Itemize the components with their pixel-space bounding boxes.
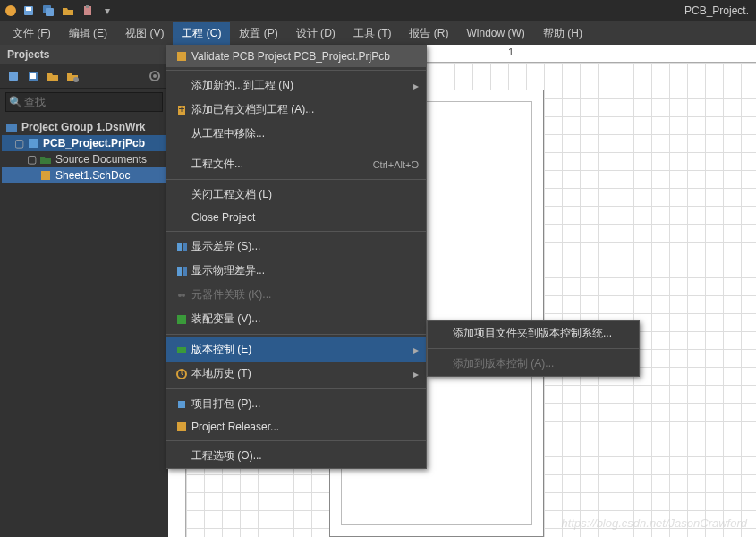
svg-point-12 bbox=[153, 74, 157, 78]
tree-folder[interactable]: ▢ Source Documents bbox=[2, 151, 166, 167]
vcs-icon bbox=[172, 344, 191, 356]
window-title: PCB_Project. bbox=[684, 4, 752, 17]
tree-label: Sheet1.SchDoc bbox=[55, 169, 130, 182]
svg-rect-16 bbox=[177, 52, 186, 61]
menu-report[interactable]: 报告 (R) bbox=[400, 22, 457, 45]
compile-icon[interactable] bbox=[27, 70, 39, 82]
svg-rect-19 bbox=[177, 243, 182, 251]
ruler-tick: 1 bbox=[508, 47, 514, 57]
menu-project-pack[interactable]: 项目打包 (P)... bbox=[166, 392, 426, 416]
menu-help[interactable]: 帮助 (H) bbox=[534, 22, 591, 45]
svg-rect-22 bbox=[183, 267, 187, 276]
tree-project[interactable]: ▢ PCB_Project.PrjPcb bbox=[2, 135, 166, 151]
caret-down-icon: ▢ bbox=[14, 137, 23, 149]
svg-point-23 bbox=[178, 294, 182, 297]
menu-assembly-variants[interactable]: 装配变量 (V)... bbox=[166, 307, 426, 331]
chevron-right-icon: ▸ bbox=[408, 344, 419, 356]
submenu-add-folder-vcs[interactable]: 添加项目文件夹到版本控制系统... bbox=[428, 321, 639, 345]
menu-add-existing[interactable]: + 添加已有文档到工程 (A)... bbox=[166, 98, 426, 122]
svg-rect-25 bbox=[177, 315, 186, 324]
folder-icon bbox=[39, 153, 52, 166]
project-tree: Project Group 1.DsnWrk ▢ PCB_Project.Prj… bbox=[0, 115, 168, 187]
variants-icon bbox=[172, 313, 191, 326]
tree-file[interactable]: Sheet1.SchDoc bbox=[2, 167, 166, 183]
gear-icon[interactable] bbox=[149, 70, 161, 82]
menu-project[interactable]: 工程 (C) bbox=[173, 22, 230, 45]
history-icon bbox=[172, 368, 191, 380]
panel-title: Projects bbox=[0, 45, 168, 64]
svg-point-0 bbox=[5, 5, 16, 16]
menu-local-history[interactable]: 本地历史 (T) ▸ bbox=[166, 362, 426, 386]
menu-project-files[interactable]: 工程文件... Ctrl+Alt+O bbox=[166, 152, 426, 176]
folder-settings-icon[interactable] bbox=[66, 70, 79, 82]
tree-label: Project Group 1.DsnWrk bbox=[21, 121, 145, 133]
menu-validate[interactable]: Validate PCB Project PCB_Project.PrjPcb bbox=[166, 46, 426, 67]
menu-project-releaser[interactable]: Project Releaser... bbox=[166, 416, 426, 438]
menu-version-control[interactable]: 版本控制 (E) ▸ bbox=[166, 337, 426, 362]
svg-rect-2 bbox=[26, 7, 31, 11]
paste-icon[interactable] bbox=[81, 4, 95, 18]
menu-component-links: 元器件关联 (K)... bbox=[166, 283, 426, 307]
schematic-icon bbox=[39, 169, 52, 182]
open-folder-icon[interactable] bbox=[61, 4, 75, 18]
package-icon bbox=[172, 398, 191, 411]
svg-point-10 bbox=[73, 77, 79, 82]
folder-icon[interactable] bbox=[47, 70, 59, 82]
svg-rect-29 bbox=[177, 422, 186, 431]
svg-rect-14 bbox=[29, 139, 38, 148]
phys-diff-icon bbox=[172, 265, 191, 277]
menubar: 文件 (F) 编辑 (E) 视图 (V) 工程 (C) 放置 (P) 设计 (D… bbox=[0, 21, 756, 45]
project-icon bbox=[27, 137, 39, 149]
menu-view[interactable]: 视图 (V) bbox=[116, 22, 173, 45]
menu-place[interactable]: 放置 (P) bbox=[230, 22, 286, 45]
menu-remove-from-project[interactable]: 从工程中移除... bbox=[166, 122, 426, 146]
svg-rect-9 bbox=[30, 73, 36, 79]
menu-file[interactable]: 文件 (F) bbox=[4, 22, 60, 45]
tree-label: Source Documents bbox=[55, 153, 147, 166]
menu-show-diff[interactable]: 显示差异 (S)... bbox=[166, 234, 426, 259]
menu-show-phys-diff[interactable]: 显示物理差异... bbox=[166, 259, 426, 283]
titlebar: ▾ PCB_Project. bbox=[0, 0, 756, 21]
tree-project-group[interactable]: Project Group 1.DsnWrk bbox=[2, 119, 166, 135]
menu-window[interactable]: Window (W) bbox=[458, 23, 534, 43]
svg-rect-6 bbox=[86, 5, 89, 8]
chevron-right-icon: ▸ bbox=[408, 368, 419, 380]
caret-down-icon: ▢ bbox=[27, 153, 36, 166]
menu-project-options[interactable]: 工程选项 (O)... bbox=[166, 444, 426, 468]
panel-toolbar bbox=[0, 64, 168, 89]
svg-text:+: + bbox=[178, 104, 184, 115]
app-icon bbox=[4, 4, 18, 18]
svg-rect-28 bbox=[178, 401, 185, 408]
svg-rect-26 bbox=[177, 347, 186, 353]
save-all-icon[interactable] bbox=[41, 4, 55, 18]
link-icon bbox=[172, 289, 191, 302]
chevron-down-icon[interactable]: ▾ bbox=[100, 4, 115, 18]
submenu-add-to-vcs: 添加到版本控制 (A)... bbox=[428, 352, 639, 376]
chevron-right-icon: ▸ bbox=[408, 80, 419, 92]
svg-rect-21 bbox=[177, 267, 182, 276]
save-icon[interactable] bbox=[21, 4, 36, 18]
svg-point-24 bbox=[182, 294, 185, 297]
menu-tools[interactable]: 工具 (T) bbox=[344, 22, 401, 45]
svg-rect-13 bbox=[6, 124, 17, 132]
workspace-icon bbox=[5, 121, 18, 133]
releaser-icon bbox=[172, 421, 191, 433]
project-menu-dropdown: Validate PCB Project PCB_Project.PrjPcb … bbox=[166, 45, 427, 469]
menu-design[interactable]: 设计 (D) bbox=[287, 22, 344, 45]
watermark: https://blog.csdn.net/JasonCrawford bbox=[562, 516, 747, 530]
diff-icon bbox=[172, 241, 191, 253]
add-doc-icon: + bbox=[172, 104, 191, 116]
search-icon: 🔍 bbox=[9, 96, 22, 108]
svg-rect-15 bbox=[41, 171, 50, 180]
svg-rect-7 bbox=[9, 72, 18, 81]
search-input[interactable] bbox=[5, 92, 163, 112]
version-control-submenu: 添加项目文件夹到版本控制系统... 添加到版本控制 (A)... bbox=[427, 320, 640, 377]
tree-label: PCB_Project.PrjPcb bbox=[43, 137, 145, 149]
save-icon[interactable] bbox=[7, 70, 20, 82]
menu-add-new[interactable]: 添加新的...到工程 (N) ▸ bbox=[166, 73, 426, 98]
svg-rect-20 bbox=[183, 243, 187, 251]
menu-close-docs[interactable]: 关闭工程文档 (L) bbox=[166, 183, 426, 207]
validate-icon bbox=[172, 50, 191, 63]
menu-close-project[interactable]: Close Project bbox=[166, 207, 426, 228]
menu-edit[interactable]: 编辑 (E) bbox=[60, 22, 116, 45]
